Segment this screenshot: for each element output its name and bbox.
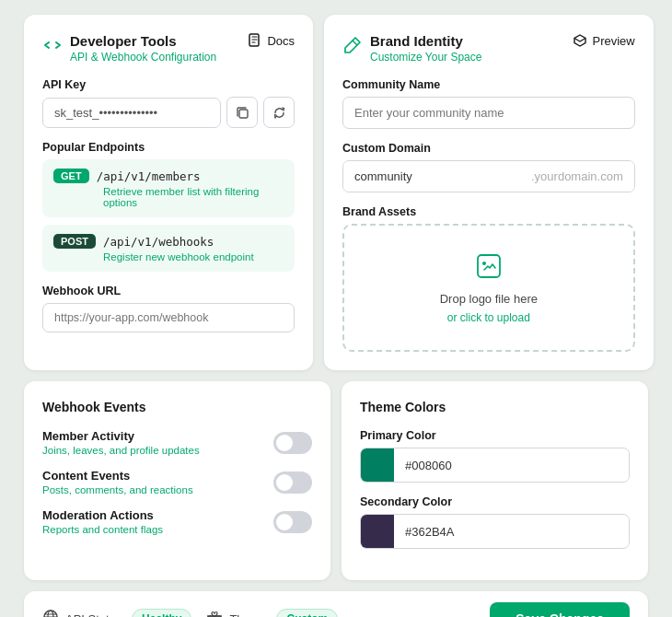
moderation-actions-toggle[interactable] — [273, 511, 312, 533]
gift-icon — [206, 609, 223, 617]
theme-colors-title: Theme Colors — [360, 400, 630, 414]
custom-domain-row: .yourdomain.com — [342, 160, 635, 192]
preview-link[interactable]: Preview — [573, 33, 634, 48]
logo-drop-zone[interactable]: Drop logo file here or click to upload — [342, 224, 635, 352]
moderation-actions-name: Moderation Actions — [42, 508, 163, 522]
footer-bar: API Status: Healthy Theme: Custom Save C… — [24, 591, 648, 617]
secondary-color-input[interactable] — [394, 518, 629, 546]
endpoints-section: Popular Endpoints GET /api/v1/members Re… — [42, 141, 295, 272]
api-status-label: API Status: — [65, 612, 125, 618]
svg-point-3 — [482, 262, 486, 265]
book-icon — [248, 33, 262, 48]
api-status-badge: Healthy — [132, 609, 191, 617]
member-activity-desc: Joins, leaves, and profile updates — [42, 445, 200, 456]
dev-tools-title: Developer Tools — [70, 33, 216, 49]
code-icon — [42, 35, 63, 55]
api-key-row — [42, 97, 295, 128]
dev-tools-header: Developer Tools API & Webhook Configurat… — [42, 33, 295, 64]
webhook-url-label: Webhook URL — [42, 285, 295, 297]
drop-subtext: or click to upload — [447, 311, 530, 324]
content-events-row: Content Events Posts, comments, and reac… — [42, 469, 312, 495]
content-events-desc: Posts, comments, and reactions — [42, 484, 193, 495]
refresh-icon — [272, 106, 286, 120]
docs-link[interactable]: Docs — [248, 33, 295, 48]
secondary-color-row — [360, 514, 630, 549]
moderation-actions-desc: Reports and content flags — [42, 524, 163, 535]
secondary-color-label: Secondary Color — [360, 495, 630, 508]
api-key-label: API Key — [42, 78, 295, 91]
brand-icon — [342, 35, 363, 55]
custom-domain-label: Custom Domain — [342, 142, 635, 155]
developer-tools-card: Developer Tools API & Webhook Configurat… — [24, 15, 313, 370]
brand-subtitle: Customize Your Space — [370, 51, 481, 64]
refresh-api-key-button[interactable] — [263, 97, 295, 128]
get-path: /api/v1/members — [97, 169, 201, 183]
secondary-color-swatch[interactable] — [361, 515, 394, 548]
community-name-label: Community Name — [342, 78, 635, 91]
copy-icon — [236, 106, 249, 120]
theme-group: Theme: Custom — [206, 609, 338, 617]
moderation-actions-row: Moderation Actions Reports and content f… — [42, 508, 312, 535]
endpoint-post: POST /api/v1/webhooks Register new webho… — [42, 225, 295, 272]
webhook-events-title: Webhook Events — [42, 400, 312, 414]
footer-left: API Status: Healthy Theme: Custom — [42, 609, 338, 617]
content-events-toggle[interactable] — [273, 471, 312, 494]
get-badge: GET — [53, 169, 89, 183]
api-key-input[interactable] — [42, 98, 221, 128]
brand-header: Brand Identity Customize Your Space Prev… — [342, 33, 635, 64]
save-changes-button[interactable]: Save Changes — [490, 602, 630, 617]
webhook-url-input[interactable] — [42, 303, 295, 332]
primary-color-input[interactable] — [394, 451, 629, 480]
primary-color-swatch[interactable] — [361, 448, 394, 482]
brand-assets-label: Brand Assets — [342, 205, 635, 218]
globe-icon — [42, 609, 59, 617]
bottom-row: Webhook Events Member Activity Joins, le… — [24, 381, 648, 580]
top-row: Developer Tools API & Webhook Configurat… — [24, 15, 648, 370]
member-activity-toggle[interactable] — [273, 432, 312, 454]
layers-icon — [573, 33, 587, 48]
member-activity-row: Member Activity Joins, leaves, and profi… — [42, 429, 312, 456]
upload-icon — [474, 251, 504, 286]
copy-api-key-button[interactable] — [226, 97, 258, 128]
api-status-group: API Status: Healthy — [42, 609, 191, 617]
theme-label: Theme: — [229, 612, 270, 618]
community-name-input[interactable] — [342, 97, 635, 129]
brand-identity-card: Brand Identity Customize Your Space Prev… — [324, 15, 654, 370]
app-container: Developer Tools API & Webhook Configurat… — [9, 0, 663, 617]
post-path: /api/v1/webhooks — [103, 235, 214, 249]
dev-tools-subtitle: API & Webhook Configuration — [70, 51, 216, 64]
endpoints-label: Popular Endpoints — [42, 141, 295, 154]
content-events-name: Content Events — [42, 469, 193, 483]
post-badge: POST — [53, 234, 96, 249]
theme-colors-card: Theme Colors Primary Color Secondary Col… — [342, 381, 648, 580]
domain-prefix-input[interactable] — [343, 161, 520, 192]
post-desc: Register new webhook endpoint — [53, 251, 284, 262]
get-desc: Retrieve member list with filtering opti… — [53, 186, 284, 208]
endpoint-get: GET /api/v1/members Retrieve member list… — [42, 159, 295, 217]
primary-color-row — [360, 448, 630, 483]
brand-title: Brand Identity — [370, 33, 481, 49]
webhook-events-card: Webhook Events Member Activity Joins, le… — [24, 381, 330, 580]
svg-rect-1 — [239, 110, 248, 118]
theme-badge: Custom — [276, 609, 338, 617]
primary-color-label: Primary Color — [360, 429, 630, 442]
drop-text: Drop logo file here — [440, 292, 538, 306]
member-activity-name: Member Activity — [42, 429, 200, 443]
domain-suffix: .yourdomain.com — [520, 161, 634, 192]
